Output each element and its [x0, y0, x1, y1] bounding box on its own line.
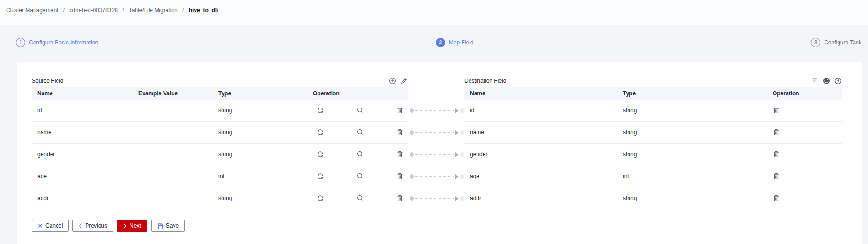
field-name-cell: gender	[464, 151, 617, 158]
preview-field-button[interactable]	[356, 172, 364, 180]
delete-field-button[interactable]	[773, 107, 780, 114]
field-type-cell: int	[213, 173, 307, 179]
trash-icon	[773, 107, 780, 114]
connector-arrowhead-icon	[455, 196, 459, 201]
trash-icon	[773, 151, 780, 158]
preview-field-button[interactable]	[356, 129, 364, 136]
field-name-cell: name	[32, 129, 133, 136]
circle-plus-icon	[834, 77, 842, 85]
column-header-type: Type	[617, 90, 767, 97]
convert-field-button[interactable]	[317, 172, 324, 180]
delete-field-button[interactable]	[396, 107, 404, 114]
auto-create-refresh-icon	[823, 77, 830, 85]
trash-icon	[396, 194, 404, 202]
add-destination-field-button[interactable]	[834, 77, 842, 85]
save-label: Save	[166, 222, 179, 229]
field-mapping-connector	[408, 122, 464, 144]
breadcrumb-item-cluster-management[interactable]: Cluster Management	[6, 7, 58, 14]
trash-icon	[773, 172, 780, 180]
destination-table-header: Name Type Operation	[464, 87, 842, 100]
previous-button[interactable]: Previous	[72, 220, 113, 232]
operation-cell	[767, 107, 842, 114]
trash-icon	[773, 129, 780, 136]
connector-start-dot	[410, 174, 414, 179]
step-connector-line	[104, 43, 430, 43]
field-name-cell: id	[464, 107, 617, 114]
chevron-right-icon	[123, 223, 127, 229]
preview-field-button[interactable]	[356, 151, 364, 158]
step-label: Map Field	[449, 39, 474, 46]
breadcrumb-separator: /	[123, 7, 124, 14]
convert-field-button[interactable]	[317, 129, 324, 136]
operation-cell	[767, 172, 842, 180]
table-row: id string	[32, 100, 408, 122]
convert-field-button[interactable]	[317, 151, 324, 158]
field-type-cell: string	[213, 107, 307, 114]
connector-end-dot	[460, 174, 464, 179]
auto-create-fields-button[interactable]	[823, 77, 830, 85]
trash-icon	[396, 172, 404, 180]
trash-icon	[396, 129, 404, 136]
field-type-cell: int	[617, 173, 767, 179]
next-button[interactable]: Next	[117, 220, 147, 232]
breadcrumb-separator: /	[182, 7, 184, 14]
search-icon	[356, 129, 364, 136]
convert-field-button[interactable]	[317, 107, 324, 114]
table-row: id string	[464, 100, 842, 122]
delete-field-button[interactable]	[773, 172, 780, 180]
add-source-field-button[interactable]	[389, 77, 396, 85]
operation-cell	[767, 194, 842, 202]
step-number-badge: 3	[811, 38, 820, 47]
field-type-cell: string	[213, 129, 307, 136]
convert-icon	[317, 107, 324, 114]
breadcrumb-item-migration[interactable]: Table/File Migration	[129, 7, 178, 14]
operation-cell	[307, 107, 408, 114]
field-name-cell: age	[32, 173, 133, 179]
delete-field-button[interactable]	[396, 129, 404, 136]
connector-arrowhead-icon	[455, 174, 459, 179]
mapping-area: Source Field Name Example Value Type Ope…	[32, 74, 842, 209]
export-fields-button[interactable]	[811, 77, 818, 85]
close-icon	[38, 223, 43, 228]
convert-field-button[interactable]	[317, 194, 324, 202]
preview-field-button[interactable]	[356, 107, 364, 114]
delete-field-button[interactable]	[396, 172, 404, 180]
chevron-left-icon	[79, 223, 82, 229]
trash-icon	[396, 107, 404, 114]
wizard-step-configure-basic-information: 1 Configure Basic Information	[16, 38, 98, 47]
delete-field-button[interactable]	[396, 151, 404, 158]
operation-cell	[307, 129, 408, 136]
preview-field-button[interactable]	[356, 194, 364, 202]
delete-field-button[interactable]	[396, 194, 404, 202]
column-header-name: Name	[32, 90, 133, 97]
connector-dashed-line	[415, 132, 454, 133]
operation-cell	[307, 194, 408, 202]
connector-start-dot	[410, 108, 414, 113]
connector-dashed-line	[415, 154, 454, 155]
convert-icon	[317, 129, 324, 136]
convert-icon	[317, 151, 324, 158]
save-button[interactable]: Save	[151, 220, 185, 232]
cancel-button[interactable]: Cancel	[32, 220, 69, 232]
convert-icon	[317, 194, 324, 202]
step-number-badge: 2	[436, 38, 445, 47]
table-row: gender string	[32, 144, 408, 165]
delete-field-button[interactable]	[773, 151, 780, 158]
connector-arrowhead-icon	[455, 130, 459, 135]
convert-icon	[317, 172, 324, 180]
column-header-type: Type	[213, 90, 307, 97]
source-field-title: Source Field	[32, 78, 63, 84]
step-label: Configure Basic Information	[29, 39, 98, 46]
table-row: name string	[464, 122, 842, 144]
trash-icon	[396, 151, 404, 158]
delete-field-button[interactable]	[773, 129, 780, 136]
table-row: addr string	[32, 187, 408, 209]
connector-start-dot	[410, 152, 414, 157]
delete-field-button[interactable]	[773, 194, 780, 202]
field-mapping-card: Source Field Name Example Value Type Ope…	[17, 62, 862, 244]
source-field-panel: Source Field Name Example Value Type Ope…	[32, 74, 408, 209]
connector-dashed-line	[415, 110, 454, 111]
edit-source-fields-button[interactable]	[400, 77, 408, 85]
field-name-cell: addr	[32, 195, 133, 201]
breadcrumb-item-cluster[interactable]: cdm-test-00378328	[69, 7, 117, 14]
